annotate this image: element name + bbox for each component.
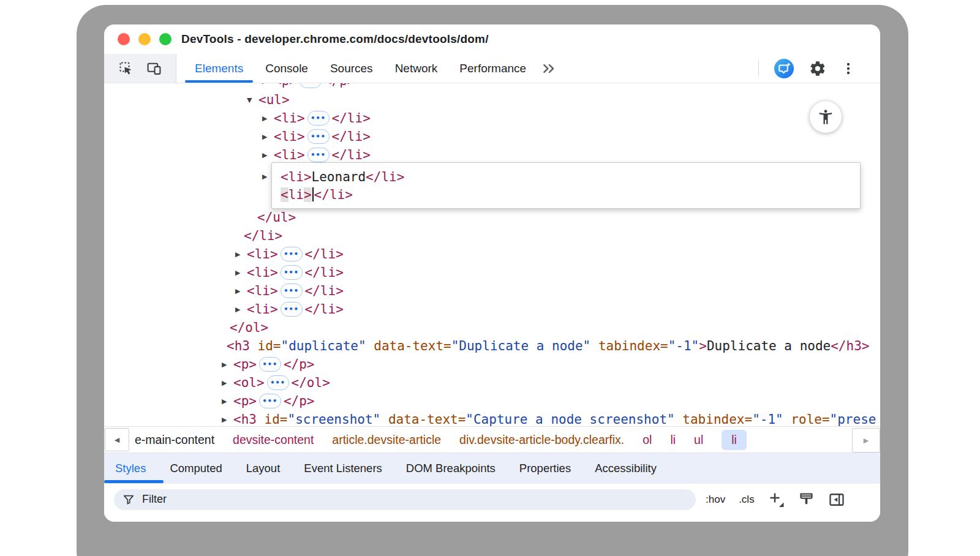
breadcrumb-item[interactable]: ul bbox=[694, 433, 703, 447]
sidebar-tab-accessibility[interactable]: Accessibility bbox=[595, 453, 657, 484]
expand-arrow-icon[interactable]: ▶ bbox=[235, 250, 240, 258]
breadcrumb-item[interactable]: devsite-content bbox=[233, 433, 314, 447]
rendering-brush-icon[interactable] bbox=[798, 491, 815, 508]
dom-row[interactable]: ▶<li>•••</li> bbox=[104, 109, 880, 127]
hidden-children-button[interactable]: ••• bbox=[259, 394, 281, 408]
hidden-children-button[interactable]: ••• bbox=[307, 148, 330, 162]
device-toolbar-icon[interactable] bbox=[146, 61, 162, 76]
dom-row[interactable]: ▶<p>•••</p> bbox=[104, 392, 880, 410]
code-token-tag: <li> bbox=[247, 265, 278, 280]
devtools-toolbar: ElementsConsoleSourcesNetworkPerformance bbox=[104, 54, 880, 83]
code-token-tag: </li> bbox=[305, 247, 344, 261]
code-token-tag: <p> bbox=[233, 357, 257, 372]
tab-network[interactable]: Network bbox=[384, 54, 449, 83]
breadcrumb-item[interactable]: e-main-content bbox=[135, 433, 214, 447]
accessibility-widget-button[interactable] bbox=[810, 101, 842, 133]
dom-row[interactable]: ▶<li>•••</li> bbox=[104, 127, 880, 146]
breadcrumb-item[interactable]: ol bbox=[643, 433, 652, 447]
dom-row[interactable]: ▶<li>•••</li> bbox=[104, 245, 880, 263]
code-token-hl: < bbox=[281, 187, 288, 202]
dom-row[interactable]: <h3 id="duplicate" data-text="Duplicate … bbox=[104, 337, 880, 355]
hidden-children-button[interactable]: ••• bbox=[281, 284, 303, 298]
dom-row[interactable]: ▶<li>•••</li> bbox=[104, 282, 880, 300]
dock-sidebar-toggle-icon[interactable] bbox=[828, 491, 845, 508]
collapse-arrow-icon[interactable]: ▼ bbox=[247, 96, 252, 104]
breadcrumb-item[interactable]: li bbox=[670, 433, 676, 447]
expand-arrow-icon[interactable]: ▶ bbox=[222, 379, 227, 387]
inspect-cursor-icon[interactable] bbox=[118, 61, 134, 77]
sidebar-tab-computed[interactable]: Computed bbox=[170, 453, 222, 484]
code-token-val: "Duplicate a node" bbox=[451, 339, 591, 353]
expand-arrow-icon[interactable]: ▶ bbox=[262, 151, 267, 159]
window-title: DevTools - developer.chrome.com/docs/dev… bbox=[181, 32, 489, 46]
dom-row[interactable]: </ol> bbox=[104, 318, 880, 337]
sidebar-tab-event-listeners[interactable]: Event Listeners bbox=[304, 453, 382, 484]
expand-arrow-icon[interactable]: ▶ bbox=[222, 397, 227, 405]
toolbar-right-group bbox=[758, 54, 880, 83]
hidden-children-button[interactable]: ••• bbox=[300, 83, 322, 88]
code-token-val: "duplicate" bbox=[281, 339, 366, 353]
code-token-tag: </li> bbox=[305, 302, 344, 317]
expand-arrow-icon[interactable]: ▶ bbox=[235, 269, 240, 277]
expand-arrow-icon[interactable]: ▶ bbox=[235, 306, 240, 314]
sidebar-tab-styles[interactable]: Styles bbox=[115, 453, 146, 484]
expand-arrow-icon[interactable]: ▶ bbox=[262, 133, 267, 141]
breadcrumb-item-selected[interactable]: li bbox=[722, 430, 747, 450]
breadcrumb: e-main-contentdevsite-contentarticle.dev… bbox=[135, 430, 880, 450]
breadcrumb-scroll-left-button[interactable]: ◀ bbox=[105, 428, 129, 451]
tab-performance[interactable]: Performance bbox=[448, 54, 537, 83]
code-token-attr: id= bbox=[257, 412, 288, 426]
dom-row[interactable]: ▶<ol>•••</ol> bbox=[104, 374, 880, 392]
breadcrumb-item[interactable]: article.devsite-article bbox=[332, 433, 441, 447]
tab-sources[interactable]: Sources bbox=[319, 54, 384, 83]
minimize-window-button[interactable] bbox=[138, 33, 151, 45]
expand-arrow-icon[interactable]: ▶ bbox=[222, 361, 227, 369]
tab-elements[interactable]: Elements bbox=[184, 54, 254, 83]
dom-row[interactable]: </ul> bbox=[104, 208, 880, 227]
dom-row[interactable]: ▼<ul> bbox=[104, 91, 880, 109]
styles-filter-input[interactable]: Filter bbox=[114, 489, 696, 510]
breadcrumb-scroll-right-button[interactable]: ▶ bbox=[852, 428, 880, 453]
expand-arrow-icon[interactable]: ▶ bbox=[262, 115, 267, 122]
dom-row[interactable]: ▶<li>•••</li> bbox=[104, 300, 880, 318]
dom-row[interactable]: ▶<p>•••</p> bbox=[104, 355, 880, 374]
kebab-menu-icon[interactable] bbox=[841, 61, 856, 76]
expand-arrow-icon[interactable]: ▶ bbox=[262, 83, 267, 85]
dom-row-editing[interactable]: ▶<li>Leonard</li><li></li> bbox=[104, 164, 880, 208]
sidebar-tab-dom-breakpoints[interactable]: DOM Breakpoints bbox=[406, 453, 496, 484]
inline-edit-box[interactable]: <li>Leonard</li><li></li> bbox=[271, 162, 861, 209]
ai-assistant-icon[interactable] bbox=[774, 58, 794, 79]
hidden-children-button[interactable]: ••• bbox=[281, 302, 303, 317]
dom-row[interactable]: </li> bbox=[104, 227, 880, 245]
toggle-element-state-button[interactable]: :hov bbox=[706, 494, 725, 506]
dom-row[interactable]: ▶<li>•••</li> bbox=[104, 146, 880, 164]
settings-gear-icon[interactable] bbox=[809, 60, 826, 77]
element-classes-button[interactable]: .cls bbox=[739, 494, 755, 506]
hidden-children-button[interactable]: ••• bbox=[259, 357, 281, 372]
dom-row[interactable]: ▶<li>•••</li> bbox=[104, 263, 880, 282]
breadcrumb-item[interactable]: div.devsite-article-body.clearfix. bbox=[459, 433, 624, 447]
breadcrumb-bar: ◀ e-main-contentdevsite-contentarticle.d… bbox=[104, 426, 880, 453]
hidden-children-button[interactable]: ••• bbox=[307, 111, 330, 126]
code-token-tag: </p> bbox=[284, 357, 315, 372]
tab-console[interactable]: Console bbox=[254, 54, 319, 83]
close-window-button[interactable] bbox=[118, 33, 130, 45]
hidden-children-button[interactable]: ••• bbox=[307, 129, 330, 144]
dom-row-clipped[interactable]: ▶<p>•••</p> bbox=[104, 83, 880, 91]
zoom-window-button[interactable] bbox=[159, 33, 172, 45]
expand-arrow-icon[interactable]: ▶ bbox=[222, 416, 227, 424]
expand-arrow-icon[interactable]: ▶ bbox=[262, 173, 267, 181]
hidden-children-button[interactable]: ••• bbox=[281, 247, 303, 261]
more-tabs-icon[interactable] bbox=[541, 54, 557, 83]
hidden-children-button[interactable]: ••• bbox=[267, 375, 289, 390]
sidebar-tab-layout[interactable]: Layout bbox=[246, 453, 281, 484]
expand-arrow-icon[interactable]: ▶ bbox=[235, 287, 240, 295]
code-token-tag: </ul> bbox=[257, 210, 296, 225]
code-token-tag: <li> bbox=[281, 170, 312, 184]
styles-toolbar-controls: :hov .cls bbox=[706, 491, 845, 508]
dom-row[interactable]: ▶<h3 id="screenshot" data-text="Capture … bbox=[104, 410, 880, 426]
hidden-children-button[interactable]: ••• bbox=[281, 265, 303, 280]
code-token-tag: <li> bbox=[247, 247, 278, 261]
new-style-rule-button[interactable] bbox=[768, 491, 785, 508]
sidebar-tab-properties[interactable]: Properties bbox=[519, 453, 571, 484]
